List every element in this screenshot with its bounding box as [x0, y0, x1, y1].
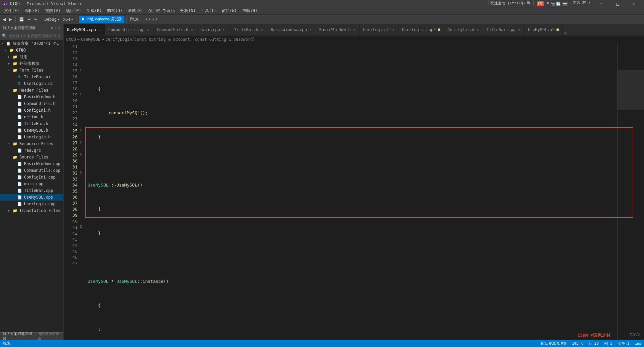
sidebar-icon2[interactable]: ⇦ — [55, 26, 58, 30]
status-tab1[interactable]: 团队资源管理器 — [541, 341, 567, 346]
sidebar-item-commonutilscpp[interactable]: 📄 CommonUtils.cpp — [0, 167, 63, 174]
sidebar-item-titlebarui[interactable]: 🖺 TitleBar.ui — [0, 74, 63, 80]
tab-overflow-btn[interactable]: » — [563, 29, 644, 35]
tab-titlebarh[interactable]: TitleBar.h ✕ — [231, 24, 267, 35]
menu-tools[interactable]: 工具(T) — [198, 7, 219, 14]
menu-edit[interactable]: 编辑(E) — [22, 7, 43, 14]
tab-usemysqlcpp-close[interactable]: ✕ — [98, 27, 101, 32]
fold-41[interactable]: □ — [80, 224, 85, 230]
sidebar-item-formfiles[interactable]: ▾ 📁 Form Files — [0, 67, 63, 74]
tab-commonutilsh-close[interactable]: ✕ — [190, 27, 194, 32]
sidebar-item-resourcefiles[interactable]: ▾ 📁 Resource Files — [0, 140, 63, 147]
tab-basicwindowh[interactable]: BasicWindow.h ✕ — [316, 24, 360, 35]
maximize-button[interactable]: □ — [610, 0, 625, 7]
config-dropdown[interactable]: Debug ▾ — [43, 17, 61, 22]
sidebar-item-solution[interactable]: ▾ 📋 解决方案 'QTQQ'(1 个项目) — [0, 40, 63, 47]
status-zoom[interactable]: 145 % — [572, 341, 583, 346]
sidebar-item-userloginh[interactable]: 📄 UserLogin.h — [0, 134, 63, 140]
breadcrumb-sep1: → — [77, 37, 80, 42]
tab-commonutilscpp-close[interactable]: ✕ — [146, 27, 150, 32]
sidebar-item-references[interactable]: ▶ 📁 引用 — [0, 53, 63, 60]
sidebar-icon3[interactable]: ✕ — [58, 26, 61, 30]
tab-scroll-right[interactable]: » — [563, 30, 568, 35]
tab-basicwindowh-close[interactable]: ✕ — [353, 27, 356, 32]
tab-userloginh[interactable]: UserLogin.h ✕ — [360, 24, 399, 35]
sidebar-item-commonutilsh[interactable]: 📄 CommonUtils.h — [0, 100, 63, 107]
fold-19[interactable]: □ — [80, 92, 85, 98]
fold-25[interactable]: □ — [80, 128, 85, 134]
menu-test[interactable]: 测试(S) — [125, 7, 146, 14]
sidebar-item-resqrc[interactable]: 📄 res.qrc — [0, 147, 63, 154]
scrollbar-right[interactable] — [640, 43, 644, 340]
menu-file[interactable]: 文件(F) — [1, 7, 22, 14]
menu-qtvs[interactable]: Qt VS Tools — [146, 8, 178, 14]
solution-explorer-tab[interactable]: 解决方案资源管理器 — [0, 333, 35, 340]
sidebar-item-defineh[interactable]: 📄 define.h — [0, 114, 63, 120]
sidebar-item-titlebarcpp[interactable]: 📄 TitleBar.cpp — [0, 187, 63, 194]
team-explorer-tab[interactable]: 团队资源管理器 — [35, 333, 63, 340]
tab-maincpp[interactable]: main.cpp ✕ — [197, 24, 231, 35]
toolbar-undo[interactable]: ↩ — [26, 16, 32, 23]
menu-help[interactable]: 帮助(H) — [239, 7, 260, 14]
quick-search[interactable]: 快速启动 (Ctrl+Q) 🔍 — [488, 0, 534, 6]
sidebar-item-external[interactable]: ▶ 📁 外部依赖项 — [0, 60, 63, 67]
tab-usemysqlcpp[interactable]: UseMySQL.cpp ✕ — [64, 24, 105, 35]
sidebar-icon1[interactable]: ⏵ — [50, 26, 54, 30]
sidebar-item-project[interactable]: ▾ 📁 QTQQ — [0, 47, 63, 53]
menu-analyze[interactable]: 分析(N) — [178, 7, 198, 14]
menu-window[interactable]: 窗口(W) — [219, 7, 240, 14]
sidebar-item-sourcefiles[interactable]: ▾ 📁 Source Files — [0, 154, 63, 160]
sidebar-item-userloginui[interactable]: 🖺 UserLogin.ui — [0, 80, 63, 87]
tab-titlebarcpp[interactable]: TitleBar.cpp ✕ — [483, 24, 525, 35]
code-editor[interactable]: 11 12 13 14 15 16 17 18 19 20 21 22 23 2… — [64, 43, 644, 340]
sidebar-item-headerfiles[interactable]: ▾ 📁 Header Files — [0, 87, 63, 94]
minimize-button[interactable]: ─ — [594, 0, 609, 7]
sidebar-search-bar[interactable]: 🔍 — [0, 31, 63, 40]
menu-view[interactable]: 视图(V) — [42, 7, 63, 14]
menu-project[interactable]: 项目(P) — [63, 7, 84, 14]
sidebar-item-maincpp[interactable]: 📄 main.cpp — [0, 181, 63, 187]
menu-debug[interactable]: 调试(D) — [104, 7, 125, 14]
close-button[interactable]: ✕ — [626, 0, 641, 7]
quick-search-label: 快速启动 (Ctrl+Q) — [491, 1, 525, 6]
code-line-18 — [88, 254, 637, 260]
sidebar-item-basicwindowh[interactable]: 📄 BasicWindow.h — [0, 94, 63, 100]
fold-15[interactable]: □ — [80, 68, 85, 74]
attach-button[interactable]: 附加... — [129, 16, 143, 23]
tab-maincpp-close[interactable]: ✕ — [222, 27, 225, 32]
toolbar-new[interactable]: ◀ — [1, 16, 7, 23]
toolbar-back[interactable]: ▶ — [8, 16, 13, 23]
sidebar-item-userlogincpp[interactable]: 📄 UserLogin.cpp — [0, 201, 63, 207]
tab-configinih[interactable]: ConfigIni.h ✕ — [444, 24, 483, 35]
tab-configinih-close[interactable]: ✕ — [476, 27, 479, 32]
tab-userlogincpp[interactable]: UserLogin.cpp* — [399, 24, 444, 35]
sidebar-item-usemysqlh[interactable]: 📄 UseMySQL.h — [0, 127, 63, 134]
tab-titlebarcpp-close[interactable]: ✕ — [518, 27, 521, 32]
tab-commonutilsh[interactable]: CommonUtils.h ✕ — [153, 24, 197, 35]
tab-basicwindowcpp[interactable]: BasicWindow.cpp ✕ — [267, 24, 316, 35]
sidebar-item-basicwindowcpp[interactable]: 📄 BasicWindow.cpp — [0, 160, 63, 167]
toolbar-redo[interactable]: ↪ — [33, 16, 39, 23]
tab-usemysqlh[interactable]: UseMySQL.h* — [525, 24, 563, 35]
platform-dropdown[interactable]: x64 ▾ — [62, 17, 75, 22]
sidebar-item-configinih[interactable]: 📄 ConfigIni.h — [0, 107, 63, 114]
toolbar-save[interactable]: 💾 — [18, 16, 25, 23]
fold-29[interactable]: □ — [80, 152, 85, 158]
tab-commonutilscpp[interactable]: CommonUtils.cpp ✕ — [105, 24, 153, 35]
sidebar-item-configinicpp[interactable]: 📄 ConfigIni.cpp — [0, 174, 63, 181]
commonutilscpp-label: CommonUtils.cpp — [24, 168, 60, 173]
tab-titlebarh-close[interactable]: ✕ — [260, 27, 263, 32]
code-content[interactable]: { connectMySQL(); } UseMySQL::~UseMySQL(… — [85, 43, 640, 340]
tab-userloginh-close[interactable]: ✕ — [392, 27, 395, 32]
menu-build[interactable]: 生成(B) — [84, 7, 105, 14]
fold-32[interactable]: □ — [80, 170, 85, 176]
tab-basicwindowcpp-close[interactable]: ✕ — [309, 27, 312, 32]
sidebar-item-translationfiles[interactable]: ▶ 📁 Translation Files — [0, 207, 63, 214]
solution-icon: 📋 — [6, 41, 11, 46]
sidebar-item-usemysqlcpp[interactable]: 📄 UseMySQL.cpp — [0, 194, 63, 201]
fold-27[interactable]: □ — [80, 140, 85, 146]
sidebar-item-titlebarh[interactable]: 📄 TitleBar.h — [0, 120, 63, 127]
project-arrow: ▾ — [5, 48, 9, 52]
sidebar-search-input[interactable] — [8, 34, 61, 38]
run-button[interactable]: ▶ 本地 Windows 调试器 — [79, 16, 124, 23]
